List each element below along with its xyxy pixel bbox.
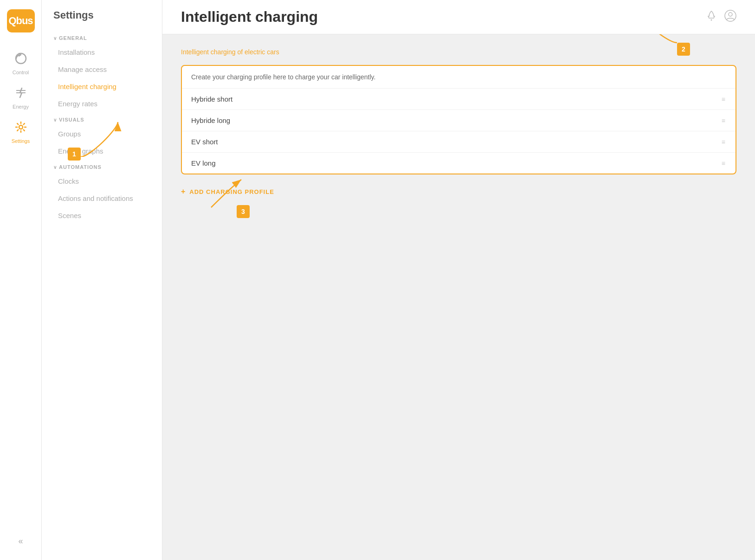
callout-1-badge: 1 [68,148,81,161]
nav-settings-label: Settings [12,138,30,144]
profile-name-ev-short: EV short [191,138,218,146]
table-row[interactable]: Hybride long ≡ [182,110,736,131]
callout-2-badge: 2 [677,43,690,56]
sidebar-item-clocks[interactable]: Clocks [42,173,162,190]
page-title: Intelligent charging [181,8,318,26]
nav-control[interactable]: Control [0,46,41,81]
section-automations-label: AUTOMATIONS [59,164,102,170]
chevron-automations: ∨ [53,165,57,170]
section-automations: ∨ AUTOMATIONS [42,160,162,173]
table-row[interactable]: EV long ≡ [182,153,736,174]
sidebar-item-energy-rates[interactable]: Energy rates [42,95,162,112]
sidebar-item-actions-notifications[interactable]: Actions and notifications [42,190,162,207]
sidebar-item-manage-access[interactable]: Manage access [42,61,162,78]
section-general-label: GENERAL [59,35,87,41]
sidebar-item-energy-graphs[interactable]: Energy graphs [42,142,162,160]
sidebar-bottom: « [13,532,27,560]
settings-icon [14,121,27,136]
section-visuals-label: VISUALS [59,117,84,122]
logo[interactable]: Qbus [7,9,35,32]
callout-2-container: 2 [677,43,690,56]
table-row[interactable]: EV short ≡ [182,131,736,153]
main-content: Intelligent charging Intelligent chargin… [162,0,755,560]
top-bar: Intelligent charging [162,0,755,34]
top-bar-icons [706,10,736,25]
settings-sidebar-title: Settings [42,9,162,31]
notification-icon[interactable] [706,10,717,24]
energy-icon [14,86,27,102]
chevron-visuals: ∨ [53,117,57,122]
svg-point-7 [729,13,732,16]
profile-name-hybride-short: Hybride short [191,95,232,103]
plus-icon: + [181,187,186,196]
svg-point-5 [711,19,712,20]
settings-sidebar: Settings ∨ GENERAL Installations Manage … [42,0,162,560]
nav-control-label: Control [13,70,29,75]
control-icon [14,52,27,68]
subtitle: Intelligent charging of electric cars [181,48,736,56]
section-visuals: ∨ VISUALS [42,112,162,125]
table-row[interactable]: Hybride short ≡ [182,89,736,110]
drag-handle-hybride-short[interactable]: ≡ [722,96,726,103]
logo-text: Qbus [8,15,32,27]
content-area: Intelligent charging of electric cars Cr… [162,34,755,560]
callout-3-badge: 3 [237,205,250,218]
sidebar-item-installations[interactable]: Installations [42,44,162,61]
profile-name-ev-long: EV long [191,159,216,167]
user-icon[interactable] [724,10,736,25]
section-general: ∨ GENERAL [42,31,162,44]
profile-name-hybride-long: Hybride long [191,116,230,124]
drag-handle-ev-short[interactable]: ≡ [722,138,726,146]
nav-settings[interactable]: Settings [0,115,41,149]
sidebar-item-intelligent-charging[interactable]: Intelligent charging [42,78,162,95]
profile-card: Create your charging profile here to cha… [181,65,736,174]
add-charging-profile-button[interactable]: + ADD CHARGING PROFILE [181,184,274,200]
drag-handle-ev-long[interactable]: ≡ [722,160,726,167]
nav-energy-label: Energy [13,104,29,109]
collapse-button[interactable]: « [13,532,27,551]
callout-3-container: 3 [237,205,250,218]
drag-handle-hybride-long[interactable]: ≡ [722,117,726,124]
chevron-general: ∨ [53,36,57,41]
icon-sidebar: Qbus Control Energy [0,0,42,560]
add-profile-label: ADD CHARGING PROFILE [189,188,274,195]
sidebar-item-groups[interactable]: Groups [42,125,162,142]
add-profile-area: + ADD CHARGING PROFILE 2 3 [181,182,736,209]
svg-point-3 [19,125,23,129]
sidebar-item-scenes[interactable]: Scenes [42,207,162,224]
nav-energy[interactable]: Energy [0,81,41,115]
card-description: Create your charging profile here to cha… [182,66,736,89]
